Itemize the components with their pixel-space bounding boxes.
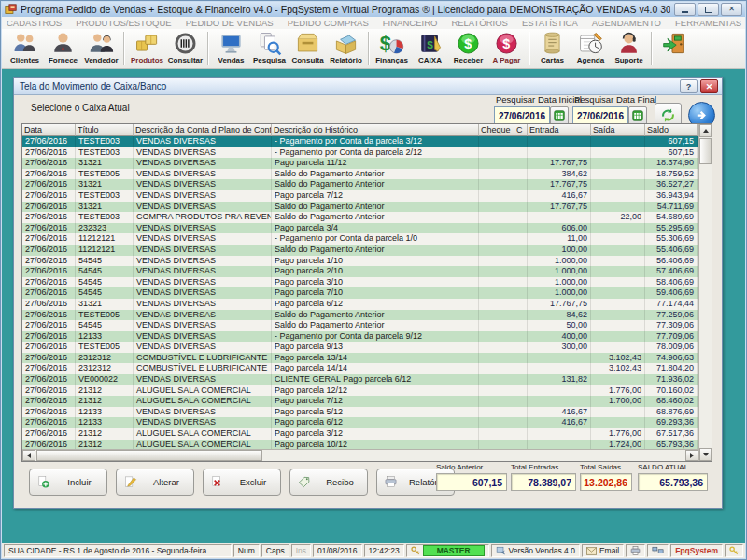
table-row[interactable]: 27/06/201612133VENDAS DIVERSASPago parce… [22, 407, 698, 418]
toolbar-suporte[interactable]: Suporte [610, 29, 648, 68]
horizontal-scrollbar[interactable] [22, 449, 698, 461]
date-final-calendar-button[interactable] [628, 106, 647, 125]
menu-agendamento[interactable]: AGENDAMENTO [592, 18, 661, 28]
menu-pedido-de-vendas[interactable]: PEDIDO DE VENDAS [186, 18, 274, 28]
table-row[interactable]: 27/06/201621312ALUGUEL SALA COMERCIALPag… [22, 440, 698, 449]
menu-produtos-estoque[interactable]: PRODUTOS/ESTOQUE [76, 18, 172, 28]
table-row[interactable]: 27/06/2016TESTE003VENDAS DIVERSAS- Pagam… [22, 147, 698, 159]
table-row[interactable]: 27/06/201631321VENDAS DIVERSASPago parce… [22, 158, 698, 169]
menu-pedido-compras[interactable]: PEDIDO COMPRAS [288, 18, 369, 28]
column-header-descri-o-da-conta-d-plano-de-contas[interactable]: Descrição da Conta d Plano de Contas [134, 124, 272, 136]
table-row[interactable]: 27/06/20162312312COMBUSTÍVEL E LUBRIFICA… [22, 363, 698, 374]
column-header-data[interactable]: Data [22, 124, 76, 136]
vertical-scrollbar[interactable] [698, 124, 712, 461]
table-row[interactable]: 27/06/201631321VENDAS DIVERSASPago parce… [22, 299, 698, 310]
table-row[interactable]: 27/06/201631321VENDAS DIVERSASSaldo do P… [22, 179, 698, 190]
table-row[interactable]: 27/06/201611212121VENDAS DIVERSASSaldo d… [22, 245, 698, 256]
cell-sa-da [591, 417, 645, 428]
table-row[interactable]: 27/06/201654545VENDAS DIVERSASPago parce… [22, 256, 698, 267]
table-row[interactable]: 27/06/201654545VENDAS DIVERSASPago parce… [22, 277, 698, 288]
menu-estat-stica[interactable]: ESTATÍSTICA [522, 18, 578, 28]
cell-t-tulo: 54545 [76, 256, 134, 267]
scroll-up-button[interactable] [699, 124, 712, 137]
horizontal-scroll-thumb[interactable] [36, 450, 262, 461]
cell-cheque [479, 310, 514, 321]
menu-cadastros[interactable]: CADASTROS [7, 18, 62, 28]
toolbar-separator [123, 32, 125, 65]
toolbar-consulta[interactable]: Consulta [289, 29, 327, 68]
scroll-left-button[interactable] [22, 450, 35, 461]
vertical-scroll-thumb[interactable] [699, 138, 712, 164]
excluir-button[interactable]: Excluir [203, 469, 281, 496]
table-row[interactable]: 27/06/2016TESTE003COMPRA PRODUTOS PRA RE… [22, 212, 698, 223]
date-final-field[interactable]: 27/06/2016 [572, 106, 628, 125]
toolbar-consultar[interactable]: Consultar [166, 29, 204, 68]
toolbar-cartas[interactable]: Cartas [533, 29, 571, 68]
cell-descri-o-do-hist-rico: Saldo do Pagamento Anterior [272, 202, 479, 213]
close-button[interactable]: ✕ [721, 3, 742, 16]
column-header-cheque[interactable]: Cheque [479, 124, 514, 136]
cell-saldo: 56.406,69 [645, 256, 698, 267]
toolbar-produtos[interactable]: Produtos [128, 29, 166, 68]
menu-relat-rios[interactable]: RELATÓRIOS [451, 18, 508, 28]
table-row[interactable]: 27/06/201612133VENDAS DIVERSASPago parce… [22, 417, 698, 428]
toolbar-exit[interactable] [655, 29, 694, 68]
table-row[interactable]: 27/06/201654545VENDAS DIVERSASSaldo do P… [22, 320, 698, 331]
scroll-down-button[interactable] [699, 448, 712, 461]
menu-financeiro[interactable]: FINANCEIRO [383, 18, 438, 28]
table-row[interactable]: 27/06/2016232323VENDAS DIVERSASPago parc… [22, 223, 698, 234]
column-header-t-tulo[interactable]: Título [76, 124, 134, 136]
table-row[interactable]: 27/06/2016VE000022VENDAS DIVERSASCLIENTE… [22, 374, 698, 385]
table-row[interactable]: 27/06/20162312312COMBUSTÍVEL E LUBRIFICA… [22, 353, 698, 364]
panel-close-button[interactable]: ✕ [700, 79, 718, 93]
toolbar-agenda[interactable]: Agenda [571, 29, 610, 68]
scroll-right-button[interactable] [685, 450, 698, 461]
cell-descri-o-do-hist-rico: Pago parcela 10/12 [272, 440, 479, 449]
date-initial-field[interactable]: 27/06/2016 [494, 106, 550, 125]
table-row[interactable]: 27/06/201621312ALUGUEL SALA COMERCIALPag… [22, 428, 698, 440]
table-row[interactable]: 27/06/201621312ALUGUEL SALA COMERCIALPag… [22, 396, 698, 407]
toolbar-pesquisa[interactable]: Pesquisa [250, 29, 289, 68]
panel-help-button[interactable]: ? [680, 79, 698, 93]
minimize-button[interactable] [674, 3, 696, 16]
incluir-button[interactable]: Incluir [29, 469, 107, 496]
table-row[interactable]: 27/06/201621312ALUGUEL SALA COMERCIALPag… [22, 385, 698, 397]
status-email[interactable]: Email [582, 544, 624, 557]
toolbar-clientes[interactable]: Clientes [6, 29, 44, 68]
cell-t-tulo: VE000022 [76, 374, 134, 385]
status-printer[interactable] [626, 544, 645, 557]
date-initial-calendar-button[interactable] [550, 106, 569, 125]
table-row[interactable]: 27/06/201654545VENDAS DIVERSASPago parce… [22, 266, 698, 277]
column-header-entrada[interactable]: Entrada [528, 124, 591, 136]
status-network[interactable] [647, 544, 669, 557]
maximize-button[interactable] [698, 3, 719, 16]
table-row[interactable]: 27/06/201654545VENDAS DIVERSASPago parce… [22, 287, 698, 299]
recibo-button[interactable]: Recibo [289, 469, 368, 496]
clients-icon [12, 31, 37, 56]
toolbar-caixa[interactable]: $CAIXA [411, 29, 449, 68]
column-header-c[interactable]: C [514, 124, 528, 136]
toolbar-fornece[interactable]: Fornece [44, 29, 82, 68]
table-row[interactable]: 27/06/201612133VENDAS DIVERSAS- Pagament… [22, 331, 698, 343]
column-header-sa-da[interactable]: Saída [591, 124, 645, 136]
toolbar-relat-rio[interactable]: Relatório [327, 29, 365, 68]
column-header-saldo[interactable]: Saldo [645, 124, 698, 136]
cell-descri-o-do-hist-rico: Pago parcela 14/14 [272, 363, 479, 374]
toolbar-vendas[interactable]: Vendas [212, 29, 250, 68]
table-row[interactable]: 27/06/2016TESTE005VENDAS DIVERSASPago pa… [22, 342, 698, 353]
table-row[interactable]: 27/06/2016TESTE003VENDAS DIVERSAS- Pagam… [22, 136, 698, 147]
table-row[interactable]: 27/06/2016TESTE005VENDAS DIVERSASSaldo d… [22, 169, 698, 180]
table-row[interactable]: 27/06/201631321VENDAS DIVERSASSaldo do P… [22, 202, 698, 213]
menu-ferramentas[interactable]: FERRAMENTAS [675, 18, 741, 28]
alterar-button[interactable]: Alterar [116, 469, 194, 496]
status-num-lock: Num [233, 544, 260, 557]
toolbar-finan-as[interactable]: $Finanças [373, 29, 411, 68]
table-row[interactable]: 27/06/201611212121VENDAS DIVERSAS- Pagam… [22, 233, 698, 245]
table-row[interactable]: 27/06/2016TESTE005VENDAS DIVERSASSaldo d… [22, 310, 698, 321]
toolbar-receber[interactable]: $Receber [449, 29, 487, 68]
toolbar-vendedor[interactable]: Vendedor [82, 29, 120, 68]
date-final-label: Pesquisar Data Final [574, 94, 656, 105]
toolbar-a-pagar[interactable]: $A Pagar [487, 29, 526, 68]
column-header-descri-o-do-hist-rico[interactable]: Descrição do Histórico [272, 124, 479, 136]
table-row[interactable]: 27/06/2016TESTE003VENDAS DIVERSASPago pa… [22, 190, 698, 202]
